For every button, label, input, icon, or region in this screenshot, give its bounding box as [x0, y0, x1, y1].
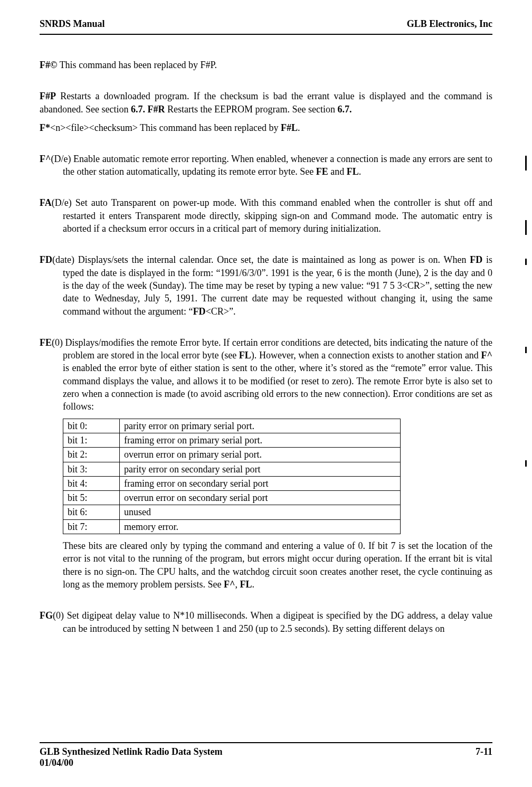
- revision-bar-icon: [525, 347, 527, 353]
- cmd-label: F*: [40, 122, 50, 133]
- table-row: bit 1:framing error on primary serial po…: [63, 433, 401, 447]
- entry-fhash-c: F#© This command has been replaced by F#…: [40, 59, 492, 71]
- cmd-ref: FL: [347, 166, 359, 177]
- text: .: [252, 579, 254, 590]
- entry-body: Restarts a downloaded program. If the ch…: [40, 91, 492, 114]
- header-right: GLB Electronics, Inc: [407, 18, 492, 30]
- error-bits-table: bit 0:parity error on primary serial por…: [63, 419, 401, 534]
- bit-cell: bit 1:: [63, 433, 120, 447]
- cmd-ref: F^: [224, 579, 235, 590]
- cmd-ref: 6.7. F#R: [131, 104, 165, 115]
- cmd-ref: FD: [193, 306, 206, 317]
- cmd-arg: (date): [52, 254, 74, 265]
- text: and: [328, 166, 347, 177]
- desc-cell: overrun error on primary serial port.: [120, 448, 401, 462]
- entry-fe: FE(0) Displays/modifies the remote Error…: [40, 336, 492, 591]
- entry-body: Enable automatic remote error reporting.…: [63, 154, 492, 177]
- revision-bar-icon: [525, 220, 527, 235]
- desc-cell: parity error on secondary serial port: [120, 462, 401, 476]
- bit-cell: bit 7:: [63, 519, 120, 534]
- bit-cell: bit 2:: [63, 448, 120, 462]
- text: Restarts the EEPROM program. See section: [165, 104, 337, 115]
- desc-cell: framing error on secondary serial port: [120, 476, 401, 490]
- cmd-label: FE: [40, 337, 52, 348]
- footer-date: 01/04/00: [40, 757, 223, 769]
- cmd-arg: (0): [52, 337, 63, 348]
- entry-fstar: F*<n><file><checksum> This command has b…: [40, 121, 492, 134]
- bit-cell: bit 4:: [63, 476, 120, 490]
- header-left: SNRDS Manual: [40, 18, 105, 30]
- cmd-arg: <n><file><checksum>: [50, 122, 138, 133]
- table-row: bit 2:overrun error on primary serial po…: [63, 448, 401, 462]
- text: .: [298, 122, 300, 133]
- cmd-arg: (0): [53, 610, 64, 621]
- entry-fe-after: These bits are cleared only by typing th…: [40, 539, 492, 591]
- footer-left: GLB Synthesized Netlink Radio Data Syste…: [40, 746, 223, 769]
- entry-fhash-p: F#P Restarts a downloaded program. If th…: [40, 90, 492, 116]
- cmd-ref: FE: [316, 166, 328, 177]
- table-row: bit 0:parity error on primary serial por…: [63, 419, 401, 433]
- footer-title: GLB Synthesized Netlink Radio Data Syste…: [40, 746, 223, 757]
- entry-body: This command has been replaced by: [138, 122, 281, 133]
- desc-cell: parity error on primary serial port.: [120, 419, 401, 433]
- text: These bits are cleared only by typing th…: [63, 541, 492, 590]
- cmd-ref: 6.7.: [337, 104, 352, 115]
- entry-fg: FG(0) Set digipeat delay value to N*10 m…: [40, 609, 492, 635]
- cmd-label: F#©: [40, 60, 57, 70]
- desc-cell: overrun error on secondary serial port: [120, 491, 401, 505]
- bit-cell: bit 5:: [63, 491, 120, 505]
- cmd-ref: F#L: [281, 122, 298, 133]
- cmd-label: F#P: [40, 91, 56, 101]
- entry-fd: FD(date) Displays/sets the internal cale…: [40, 253, 492, 317]
- cmd-ref: FL: [240, 579, 252, 590]
- entry-body: This command has been replaced by F#P.: [57, 60, 217, 70]
- table-row: bit 5:overrun error on secondary serial …: [63, 491, 401, 505]
- cmd-ref: FL: [239, 350, 251, 361]
- text: ). However, when a connection exists to …: [251, 350, 481, 361]
- text: .: [359, 166, 362, 177]
- bit-cell: bit 6:: [63, 505, 120, 519]
- page-content: F#© This command has been replaced by F#…: [40, 59, 492, 635]
- cmd-arg: (D/e): [52, 197, 72, 208]
- desc-cell: framing error on primary serial port.: [120, 433, 401, 447]
- table-row: bit 6:unused: [63, 505, 401, 519]
- entry-fa: FA(D/e) Set auto Transparent on power-up…: [40, 196, 492, 235]
- cmd-ref: FD: [470, 254, 482, 265]
- entry-body: Set auto Transparent on power-up mode. W…: [63, 197, 492, 234]
- revision-bar-icon: [525, 259, 527, 265]
- entry-body: Displays/sets the internal calendar. Onc…: [74, 254, 470, 265]
- cmd-label: FG: [40, 610, 53, 621]
- page-header: SNRDS Manual GLB Electronics, Inc: [40, 18, 492, 35]
- bit-cell: bit 3:: [63, 462, 120, 476]
- text: is enabled the error byte of either stat…: [63, 363, 492, 412]
- desc-cell: memory error.: [120, 519, 401, 534]
- cmd-label: FA: [40, 197, 52, 208]
- table-row: bit 3:parity error on secondary serial p…: [63, 462, 401, 476]
- table-row: bit 4:framing error on secondary serial …: [63, 476, 401, 490]
- cmd-arg: (D/e): [51, 154, 71, 164]
- page-number: 7-11: [476, 746, 492, 769]
- desc-cell: unused: [120, 505, 401, 519]
- cmd-label: FD: [40, 254, 52, 265]
- cmd-label: F^: [40, 154, 51, 164]
- cmd-ref: F^: [481, 350, 492, 361]
- bit-cell: bit 0:: [63, 419, 120, 433]
- revision-bar-icon: [525, 460, 527, 467]
- text: <CR>”.: [206, 306, 236, 317]
- revision-bar-icon: [525, 156, 527, 170]
- table-row: bit 7:memory error.: [63, 519, 401, 534]
- page-footer: GLB Synthesized Netlink Radio Data Syste…: [40, 742, 492, 769]
- entry-fcaret: F^(D/e) Enable automatic remote error re…: [40, 153, 492, 178]
- entry-body: Set digipeat delay value to N*10 millise…: [63, 610, 492, 633]
